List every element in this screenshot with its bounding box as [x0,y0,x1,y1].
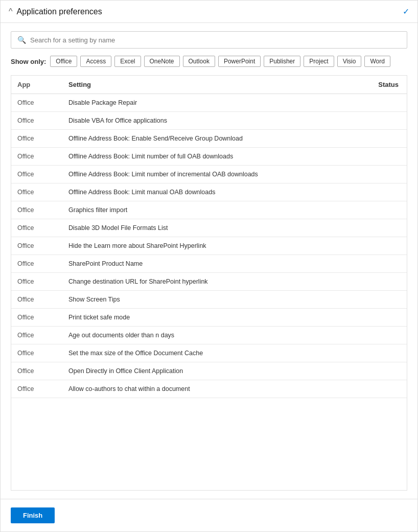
cell-status [356,255,407,273]
filter-btn-word[interactable]: Word [364,56,390,67]
filter-btn-onenote[interactable]: OneNote [144,56,180,67]
cell-status [356,309,407,327]
title-bar-left: ^ Application preferences [9,7,102,16]
cell-setting: Offline Address Book: Limit manual OAB d… [62,183,356,201]
filter-row: Show only: Office Access Excel OneNote O… [11,56,407,67]
cell-setting: Age out documents older than n days [62,327,356,344]
table-row[interactable]: OfficeChange destination URL for SharePo… [11,273,407,291]
collapse-icon[interactable]: ^ [9,7,13,16]
col-header-status: Status [356,76,407,94]
cell-app: Office [11,130,62,148]
table-row[interactable]: OfficeOffline Address Book: Limit number… [11,148,407,166]
cell-app: Office [11,291,62,309]
footer: Finish [1,499,417,531]
filter-btn-powerpoint[interactable]: PowerPoint [218,56,261,67]
cell-status [356,344,407,362]
table-row[interactable]: OfficeDisable Package Repair [11,94,407,112]
cell-setting: Open Directly in Office Client Applicati… [62,362,356,380]
main-content: 🔍 Show only: Office Access Excel OneNote… [1,23,417,499]
filter-btn-project[interactable]: Project [304,56,334,67]
cell-app: Office [11,309,62,327]
cell-setting: Set the max size of the Office Document … [62,344,356,362]
cell-status [356,237,407,255]
cell-app: Office [11,94,62,112]
cell-status [356,380,407,398]
table-row[interactable]: OfficeOffline Address Book: Limit manual… [11,183,407,201]
table-row[interactable]: OfficeGraphics filter import [11,201,407,219]
search-icon: 🔍 [17,36,26,44]
cell-setting: Change destination URL for SharePoint hy… [62,273,356,291]
cell-status [356,183,407,201]
cell-status [356,291,407,309]
cell-setting: Disable 3D Model File Formats List [62,219,356,237]
filter-btn-excel[interactable]: Excel [114,56,141,67]
cell-app: Office [11,148,62,166]
cell-setting: Hide the Learn more about SharePoint Hyp… [62,237,356,255]
table-row[interactable]: OfficeAllow co-authors to chat within a … [11,380,407,398]
cell-app: Office [11,344,62,362]
table-row[interactable]: OfficeAge out documents older than n day… [11,327,407,344]
cell-app: Office [11,237,62,255]
cell-setting: Graphics filter import [62,201,356,219]
cell-setting: Print ticket safe mode [62,309,356,327]
cell-app: Office [11,327,62,344]
cell-status [356,94,407,112]
filter-btn-access[interactable]: Access [80,56,111,67]
check-icon: ✓ [403,7,409,16]
table-row[interactable]: OfficeHide the Learn more about SharePoi… [11,237,407,255]
cell-status [356,327,407,344]
cell-status [356,148,407,166]
cell-setting: SharePoint Product Name [62,255,356,273]
cell-status [356,112,407,130]
cell-setting: Disable Package Repair [62,94,356,112]
cell-status [356,130,407,148]
cell-setting: Offline Address Book: Limit number of fu… [62,148,356,166]
cell-setting: Allow co-authors to chat within a docume… [62,380,356,398]
cell-setting: Show Screen Tips [62,291,356,309]
search-box: 🔍 [11,31,407,49]
filter-btn-outlook[interactable]: Outlook [183,56,215,67]
table-body: OfficeDisable Package RepairOfficeDisabl… [11,94,407,398]
table-row[interactable]: OfficePrint ticket safe mode [11,309,407,327]
settings-table-container[interactable]: App Setting Status OfficeDisable Package… [11,75,407,491]
cell-app: Office [11,183,62,201]
finish-button[interactable]: Finish [11,507,55,523]
filter-btn-publisher[interactable]: Publisher [264,56,300,67]
cell-app: Office [11,112,62,130]
cell-app: Office [11,219,62,237]
show-only-label: Show only: [11,58,46,65]
table-row[interactable]: OfficeOffline Address Book: Limit number… [11,166,407,183]
table-row[interactable]: OfficeDisable 3D Model File Formats List [11,219,407,237]
search-input[interactable] [30,36,401,44]
cell-app: Office [11,166,62,183]
cell-app: Office [11,201,62,219]
title-bar: ^ Application preferences ✓ [1,1,417,23]
table-header-row: App Setting Status [11,76,407,94]
cell-app: Office [11,255,62,273]
cell-status [356,166,407,183]
settings-table: App Setting Status OfficeDisable Package… [11,76,407,398]
table-row[interactable]: OfficeSharePoint Product Name [11,255,407,273]
cell-app: Office [11,380,62,398]
table-row[interactable]: OfficeSet the max size of the Office Doc… [11,344,407,362]
table-row[interactable]: OfficeOffline Address Book: Enable Send/… [11,130,407,148]
col-header-setting: Setting [62,76,356,94]
filter-btn-visio[interactable]: Visio [337,56,362,67]
table-row[interactable]: OfficeShow Screen Tips [11,291,407,309]
table-row[interactable]: OfficeDisable VBA for Office application… [11,112,407,130]
cell-app: Office [11,273,62,291]
cell-status [356,201,407,219]
cell-status [356,219,407,237]
application-window: ^ Application preferences ✓ 🔍 Show only:… [0,0,418,532]
col-header-app: App [11,76,62,94]
filter-btn-office[interactable]: Office [50,56,77,67]
cell-setting: Offline Address Book: Enable Send/Receiv… [62,130,356,148]
cell-status [356,362,407,380]
cell-setting: Offline Address Book: Limit number of in… [62,166,356,183]
table-row[interactable]: OfficeOpen Directly in Office Client App… [11,362,407,380]
cell-setting: Disable VBA for Office applications [62,112,356,130]
window-title: Application preferences [17,7,102,16]
cell-app: Office [11,362,62,380]
cell-status [356,273,407,291]
